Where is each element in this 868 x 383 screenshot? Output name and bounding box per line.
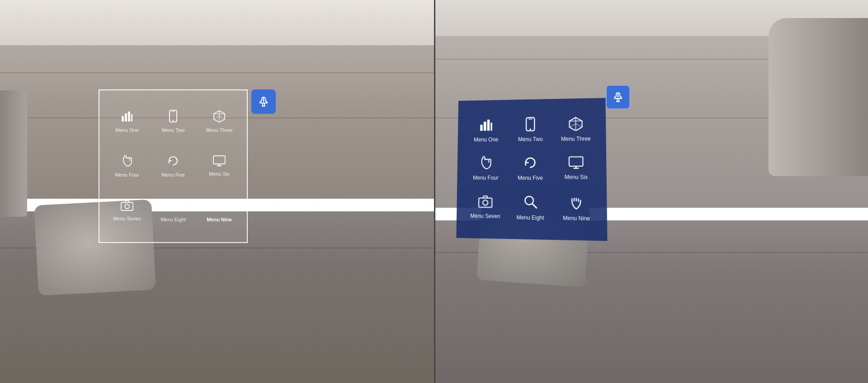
menu-item-two-right[interactable]: Menu Two: [508, 110, 553, 149]
right-panel: Menu One Menu Two: [434, 0, 868, 383]
hand-icon-right: [480, 156, 492, 173]
menu-seven-label-left: Menu Seven: [113, 216, 141, 222]
svg-line-33: [570, 123, 576, 127]
menu-item-eight-right[interactable]: Menu Eight: [508, 188, 553, 228]
svg-rect-24: [484, 121, 486, 131]
menu-overlay-right: Menu One Menu Two: [456, 98, 607, 241]
menu-item-six-right[interactable]: Menu Six: [553, 149, 599, 188]
menu-four-label-right: Menu Four: [473, 175, 499, 181]
pin-icon-left: [258, 96, 269, 107]
seam-1: [0, 72, 434, 73]
camera-icon-right: [478, 195, 493, 210]
camera-icon-left: [121, 200, 133, 213]
couch-arm-left: [0, 90, 27, 217]
pin-button-right[interactable]: [606, 85, 630, 109]
svg-rect-25: [487, 120, 490, 131]
svg-line-18: [175, 207, 179, 210]
menu-two-label-right: Menu Two: [518, 136, 543, 143]
svg-line-10: [214, 116, 219, 119]
menu-item-six-left[interactable]: Menu Six: [196, 144, 242, 189]
search-icon-right: [524, 195, 537, 212]
hand-icon-left: [122, 154, 132, 169]
menu-item-one-left[interactable]: Menu One: [104, 99, 150, 144]
menu-five-label-right: Menu Five: [518, 175, 543, 182]
hand2-icon-left: [214, 199, 225, 214]
couch-arm-right: [769, 18, 868, 176]
menu-seven-label-right: Menu Seven: [470, 213, 500, 220]
menu-two-label-left: Menu Two: [162, 127, 185, 133]
menu-eight-label-left: Menu Eight: [160, 217, 186, 223]
menu-overlay-left: Menu One Menu Two: [99, 89, 248, 243]
menu-five-label-left: Menu Five: [161, 172, 184, 178]
monitor-icon-left: [213, 155, 226, 168]
hand2-icon-right: [570, 195, 583, 212]
svg-rect-38: [479, 198, 492, 207]
refresh-icon-right: [523, 155, 538, 172]
svg-line-41: [532, 204, 536, 208]
menu-eight-label-right: Menu Eight: [516, 214, 544, 221]
svg-rect-26: [491, 122, 492, 131]
wall-left: [0, 0, 434, 72]
svg-rect-35: [569, 157, 583, 166]
menu-three-label-right: Menu Three: [561, 135, 591, 142]
svg-line-34: [576, 123, 582, 127]
monitor-icon-right: [569, 156, 584, 171]
main-container: Menu One Menu Two: [0, 0, 868, 383]
svg-point-28: [529, 128, 531, 130]
panel-divider: [434, 0, 435, 383]
menu-item-three-right[interactable]: Menu Three: [553, 109, 599, 149]
cube-icon-right: [568, 116, 583, 133]
bar-chart-icon-left: [121, 110, 133, 125]
menu-grid-left: Menu One Menu Two: [99, 90, 247, 242]
menu-one-label-right: Menu One: [474, 136, 498, 143]
menu-one-label-left: Menu One: [115, 127, 138, 133]
menu-item-one-right[interactable]: Menu One: [464, 111, 508, 149]
menu-item-four-right[interactable]: Menu Four: [463, 149, 508, 188]
menu-item-four-left[interactable]: Menu Four: [104, 144, 150, 189]
svg-rect-3: [131, 114, 132, 121]
svg-rect-15: [121, 202, 133, 210]
bar-chart-icon-right: [479, 117, 493, 134]
svg-line-11: [219, 116, 225, 119]
menu-six-label-left: Menu Six: [209, 171, 230, 177]
svg-rect-23: [480, 125, 483, 131]
menu-item-three-left[interactable]: Menu Three: [196, 99, 242, 144]
phone-icon-right: [524, 117, 536, 134]
menu-item-seven-left[interactable]: Menu Seven: [104, 188, 150, 233]
svg-rect-2: [128, 112, 130, 121]
svg-point-5: [173, 120, 174, 121]
refresh-icon-left: [167, 154, 179, 169]
svg-point-16: [125, 204, 129, 209]
svg-rect-12: [213, 156, 225, 164]
phone-icon-left: [168, 110, 178, 125]
menu-item-nine-left[interactable]: Menu Nine: [196, 188, 242, 233]
svg-point-39: [483, 200, 488, 206]
svg-rect-0: [122, 116, 124, 121]
menu-item-nine-right[interactable]: Menu Nine: [553, 188, 600, 229]
svg-rect-29: [528, 118, 533, 119]
svg-rect-1: [125, 113, 127, 121]
menu-item-eight-left[interactable]: Menu Eight: [150, 188, 196, 233]
menu-three-label-left: Menu Three: [206, 127, 232, 133]
menu-nine-label-right: Menu Nine: [563, 215, 590, 222]
pin-icon-right: [613, 92, 623, 103]
menu-six-label-right: Menu Six: [565, 174, 588, 181]
menu-nine-label-left: Menu Nine: [207, 217, 232, 223]
search-icon-left: [167, 199, 179, 214]
menu-four-label-left: Menu Four: [115, 172, 139, 178]
pin-button-left[interactable]: [251, 89, 276, 114]
menu-item-five-left[interactable]: Menu Five: [150, 144, 196, 189]
menu-grid-right: Menu One Menu Two: [456, 98, 607, 241]
menu-item-five-right[interactable]: Menu Five: [508, 149, 553, 188]
menu-item-two-left[interactable]: Menu Two: [150, 99, 196, 144]
svg-rect-6: [171, 111, 175, 112]
menu-item-seven-right[interactable]: Menu Seven: [463, 188, 508, 228]
left-panel: Menu One Menu Two: [0, 0, 434, 383]
cube-icon-left: [213, 110, 226, 125]
